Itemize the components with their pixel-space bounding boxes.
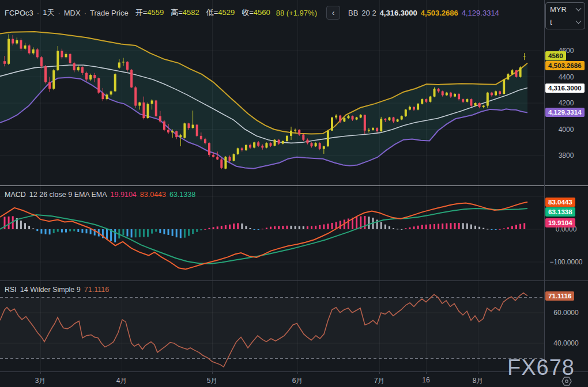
separator: · <box>37 9 39 17</box>
time-axis-label: 6月 <box>292 376 303 386</box>
bb-params: 20 2 <box>361 9 376 17</box>
price-badge: 19.9104 <box>545 218 575 227</box>
macd-hist-value: 19.9104 <box>111 191 137 199</box>
rsi-title[interactable]: RSI <box>5 286 17 294</box>
bb-lower-value: 4,129.3314 <box>462 9 499 17</box>
price-badge: 71.1116 <box>545 291 574 301</box>
price-badge: 63.1338 <box>545 207 575 217</box>
series-type-label: Trade Price <box>90 9 129 17</box>
price-badge: 4,316.3000 <box>545 84 585 93</box>
macd-legend: MACD 12 26 close 9 EMA EMA 19.9104 83.04… <box>5 191 195 199</box>
chevron-left-icon: ‹ <box>332 9 335 17</box>
change-value: 88 (+1.97%) <box>276 9 317 17</box>
time-axis-label: 16 <box>422 376 429 384</box>
axis-tick-label: 3800 <box>544 151 588 160</box>
axis-tick-label: −100.0000 <box>544 258 588 266</box>
axis-tick-label: 40.0000 <box>544 339 588 347</box>
collapse-legend-button[interactable]: ‹ <box>326 6 340 20</box>
high-value: 高=4582 <box>171 7 199 18</box>
separator: · <box>58 9 60 17</box>
currency-label: MYR <box>550 5 567 14</box>
time-axis-label: 4月 <box>116 376 127 386</box>
axis-tick-label: 4000 <box>544 126 588 134</box>
time-axis[interactable]: 3月4月5月6月7月168月 <box>0 372 544 387</box>
price-badge: 4,503.2686 <box>545 61 585 70</box>
macd-signal-value: 63.1338 <box>169 191 195 199</box>
exchange-label: MDX <box>64 9 81 17</box>
macd-title[interactable]: MACD <box>5 191 26 199</box>
macd-params: 12 26 close 9 EMA EMA <box>29 191 107 199</box>
time-axis-label: 3月 <box>35 376 46 386</box>
axis-tick-label: 60.0000 <box>544 309 588 317</box>
symbol-name[interactable]: FCPOc3 <box>5 9 33 17</box>
time-axis-label: 5月 <box>207 376 218 386</box>
unit-dropdown[interactable]: t <box>546 16 585 28</box>
chevron-down-icon <box>576 18 582 24</box>
chevron-down-icon <box>576 6 582 12</box>
low-value: 低=4529 <box>206 7 235 18</box>
separator: · <box>84 9 86 17</box>
close-value: 收=4560 <box>242 7 270 18</box>
price-badge: 4,129.3314 <box>545 108 585 117</box>
price-badge: 83.0443 <box>545 198 575 207</box>
axis-tick-label: 4200 <box>544 99 588 107</box>
rsi-value: 71.1116 <box>84 286 109 294</box>
currency-unit-selector: MYR t <box>545 2 585 29</box>
time-axis-label: 7月 <box>374 376 385 386</box>
rsi-params: 14 Wilder Simple 9 <box>20 286 81 294</box>
main-legend: FCPOc3 · 1天 · MDX · Trade Price 开=4559 高… <box>5 6 499 20</box>
trading-chart-app: FCPOc3 · 1天 · MDX · Trade Price 开=4559 高… <box>0 0 588 387</box>
bb-basis-value: 4,316.3000 <box>380 9 417 17</box>
interval-label[interactable]: 1天 <box>43 7 54 18</box>
time-axis-label: 8月 <box>473 376 484 386</box>
axis-tick-label: 4400 <box>544 73 588 81</box>
currency-dropdown[interactable]: MYR <box>546 3 585 16</box>
macd-line-value: 83.0443 <box>140 191 166 199</box>
bb-upper-value: 4,503.2686 <box>421 9 458 17</box>
watermark: FX678 <box>507 355 575 380</box>
unit-label: t <box>550 18 552 26</box>
rsi-legend: RSI 14 Wilder Simple 9 71.1116 <box>5 286 109 294</box>
price-axis[interactable]: 460044004200400038000.0000−100.000060.00… <box>544 0 588 371</box>
price-badge: 4560 <box>545 51 566 60</box>
bb-indicator-title[interactable]: BB <box>348 9 358 17</box>
open-value: 开=4559 <box>135 7 164 18</box>
